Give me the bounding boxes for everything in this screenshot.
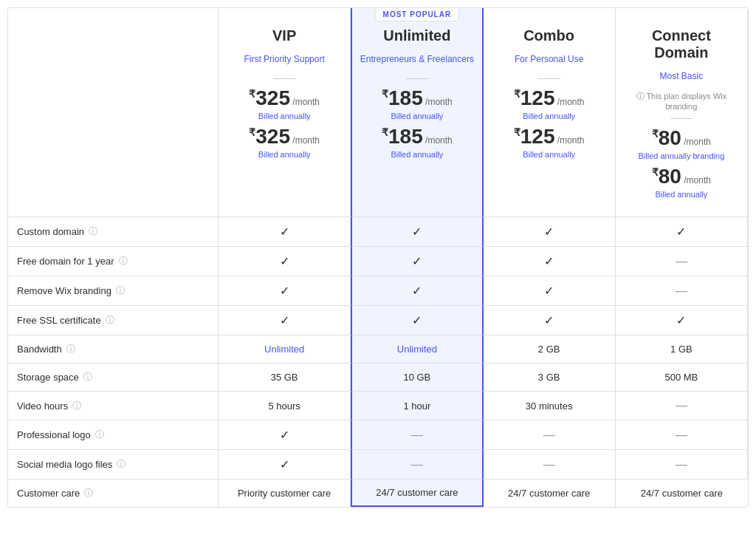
- price-section2-vip: ₹325 /month Billed annually: [226, 125, 343, 159]
- feature-label-3: Free SSL certificateⓘ: [8, 306, 219, 335]
- per-month-vip: /month: [290, 97, 320, 107]
- feature-label-8: Social media logo filesⓘ: [8, 450, 219, 480]
- checkmark-7-vip: ✓: [280, 428, 289, 442]
- value-text-9-unlimited: 24/7 customer care: [376, 487, 458, 498]
- feature-label-1: Free domain for 1 yearⓘ: [8, 247, 219, 276]
- dash-8-combo: —: [543, 458, 555, 471]
- feature-value-6-combo: 30 minutes: [484, 392, 616, 420]
- info-icon-2[interactable]: ⓘ: [116, 284, 125, 297]
- feature-value-3-connect: ✓: [616, 306, 748, 335]
- feature-text-4: Bandwidth: [17, 344, 62, 355]
- plan-name-unlimited: Unlimited: [360, 27, 474, 44]
- feature-value-1-combo: ✓: [484, 247, 616, 276]
- feature-value-3-vip: ✓: [219, 306, 351, 335]
- price-section1-vip: ₹325 /month Billed annually: [226, 86, 343, 120]
- price-main2-unlimited: ₹185 /month: [360, 125, 474, 149]
- value-text-5-unlimited: 10 GB: [403, 372, 430, 383]
- price-section1-connect: ₹80 /month Billed annually branding: [623, 126, 740, 160]
- price-main1-connect: ₹80 /month: [623, 126, 740, 150]
- value-text-5-combo: 3 GB: [538, 372, 560, 383]
- checkmark-3-unlimited: ✓: [412, 313, 422, 327]
- feature-value-4-unlimited: Unlimited: [351, 335, 483, 364]
- value-text-9-vip: Priority customer care: [238, 488, 331, 499]
- feature-text-2: Remove Wix branding: [17, 285, 111, 296]
- feature-value-1-unlimited: ✓: [351, 247, 483, 276]
- currency-unlimited: ₹: [382, 88, 388, 100]
- info-icon-6[interactable]: ⓘ: [72, 400, 81, 412]
- checkmark-1-vip: ✓: [280, 254, 289, 268]
- feature-value-5-connect: 500 MB: [616, 364, 748, 392]
- feature-value-5-unlimited: 10 GB: [351, 364, 483, 392]
- value-text-9-connect: 24/7 customer care: [641, 488, 723, 499]
- pricing-table: VIPFirst Priority Support ₹325 /month Bi…: [0, 0, 756, 515]
- checkmark-1-combo: ✓: [544, 254, 554, 268]
- checkmark-1-unlimited: ✓: [412, 254, 422, 268]
- info-icon-0[interactable]: ⓘ: [89, 225, 97, 238]
- feature-value-9-combo: 24/7 customer care: [484, 480, 616, 507]
- plan-header-connect: Connect DomainMost Basicⓘ This plan disp…: [616, 8, 748, 217]
- info-icon-3[interactable]: ⓘ: [106, 314, 114, 327]
- price-main2-connect: ₹80 /month: [623, 165, 740, 188]
- price-section2-unlimited: ₹185 /month Billed annually: [360, 125, 474, 159]
- value-text-4-connect: 1 GB: [670, 344, 693, 355]
- checkmark-2-combo: ✓: [544, 284, 554, 298]
- price-billing1-unlimited: Billed annually: [360, 112, 474, 120]
- info-icon-5[interactable]: ⓘ: [83, 371, 92, 383]
- checkmark-3-vip: ✓: [280, 313, 289, 327]
- info-icon-9[interactable]: ⓘ: [84, 487, 93, 499]
- info-icon-1[interactable]: ⓘ: [119, 255, 128, 267]
- feature-value-7-unlimited: —: [351, 420, 483, 450]
- dash-2-connect: —: [676, 284, 687, 298]
- info-icon-8[interactable]: ⓘ: [117, 458, 126, 471]
- feature-label-4: Bandwidthⓘ: [8, 335, 219, 364]
- checkmark-0-connect: ✓: [676, 225, 686, 239]
- value-text-9-combo: 24/7 customer care: [508, 488, 590, 499]
- feature-text-7: Professional logo: [17, 429, 91, 440]
- checkmark-2-vip: ✓: [280, 284, 289, 298]
- value-text-5-connect: 500 MB: [664, 372, 698, 383]
- feature-value-1-vip: ✓: [219, 247, 351, 276]
- dash-7-connect: —: [676, 429, 687, 442]
- price-main1-unlimited: ₹185 /month: [360, 86, 474, 110]
- price-billing2-unlimited: Billed annually: [360, 150, 474, 159]
- checkmark-3-combo: ✓: [544, 313, 554, 327]
- checkmark-2-unlimited: ✓: [412, 284, 422, 298]
- feature-text-9: Customer care: [17, 488, 80, 499]
- plan-note-connect: ⓘ This plan displays Wix branding: [623, 91, 740, 111]
- price-billing2-vip: Billed annually: [226, 150, 343, 159]
- price-billing1-connect: Billed annually branding: [623, 151, 740, 160]
- currency-combo: ₹: [514, 88, 520, 100]
- feature-value-3-combo: ✓: [484, 306, 616, 335]
- feature-value-4-connect: 1 GB: [616, 335, 748, 364]
- feature-value-7-connect: —: [616, 420, 748, 450]
- plan-name-connect: Connect Domain: [623, 27, 740, 61]
- feature-value-8-combo: —: [484, 450, 616, 480]
- feature-value-9-vip: Priority customer care: [219, 480, 351, 507]
- feature-value-6-connect: —: [616, 392, 748, 420]
- per-month-unlimited: /month: [423, 97, 453, 107]
- checkmark-8-vip: ✓: [280, 457, 289, 471]
- price-main2-vip: ₹325 /month: [226, 125, 343, 149]
- currency-connect: ₹: [652, 128, 659, 140]
- plan-header-combo: ComboFor Personal Use ₹125 /month Billed…: [484, 8, 616, 217]
- feature-text-0: Custom domain: [17, 226, 84, 237]
- feature-value-0-unlimited: ✓: [351, 217, 483, 247]
- info-icon-7[interactable]: ⓘ: [95, 429, 104, 441]
- feature-value-8-vip: ✓: [219, 450, 351, 480]
- feature-value-6-unlimited: 1 hour: [351, 392, 483, 420]
- info-icon-4[interactable]: ⓘ: [66, 343, 75, 355]
- feature-value-1-connect: —: [616, 247, 748, 276]
- plan-name-combo: Combo: [491, 27, 608, 44]
- value-text-6-unlimited: 1 hour: [403, 400, 430, 412]
- feature-value-2-unlimited: ✓: [351, 276, 483, 306]
- dash-8-unlimited: —: [411, 458, 423, 471]
- feature-value-3-unlimited: ✓: [351, 306, 483, 335]
- price-billing1-combo: Billed annually: [491, 112, 608, 120]
- feature-value-5-combo: 3 GB: [484, 364, 616, 392]
- price-billing2-connect: Billed annually: [623, 190, 740, 199]
- feature-label-9: Customer careⓘ: [8, 480, 219, 507]
- feature-value-9-connect: 24/7 customer care: [616, 480, 748, 507]
- feature-label-5: Storage spaceⓘ: [8, 364, 219, 392]
- value-text-4-combo: 2 GB: [538, 344, 560, 355]
- dash-8-connect: —: [676, 458, 687, 471]
